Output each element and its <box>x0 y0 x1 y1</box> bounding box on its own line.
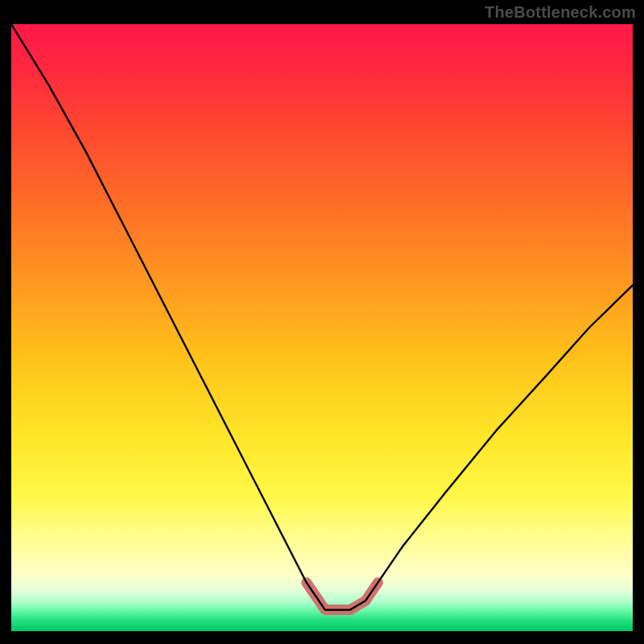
watermark-text: TheBottleneck.com <box>485 3 636 22</box>
plot-area <box>11 24 633 631</box>
gradient-background <box>11 24 633 631</box>
bottleneck-chart <box>11 24 633 631</box>
chart-stage: TheBottleneck.com <box>0 0 644 644</box>
